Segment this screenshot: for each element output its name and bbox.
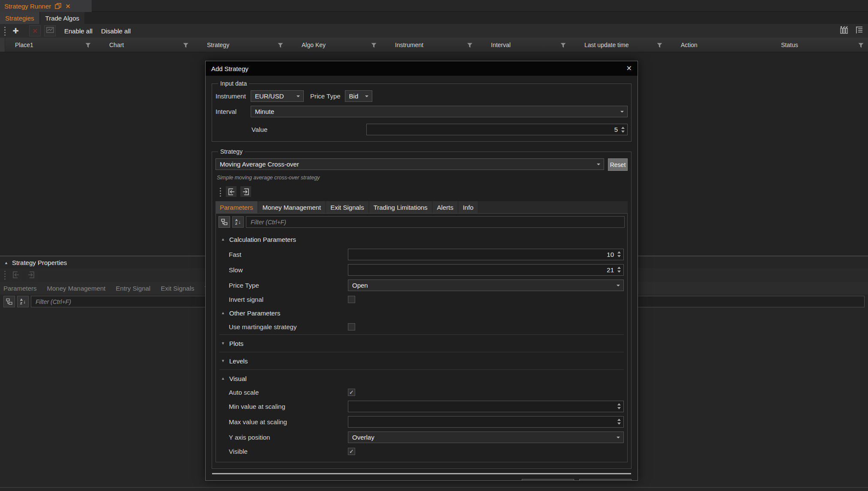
window-tab-title: Strategy Runner	[4, 3, 51, 10]
auto-scale-label: Auto scale	[219, 389, 348, 396]
window-tab-bar: Strategy Runner ✕	[0, 0, 868, 12]
spinner-arrows-icon[interactable]	[617, 417, 622, 427]
martingale-checkbox[interactable]	[348, 323, 355, 330]
export-settings-button[interactable]	[25, 269, 37, 281]
show-chart-button[interactable]	[44, 25, 56, 36]
min-scaling-input[interactable]	[348, 401, 623, 412]
max-scaling-input[interactable]	[348, 417, 623, 427]
filter-funnel-icon[interactable]	[858, 42, 864, 49]
tab-trade-algos[interactable]: Trade Algos	[40, 12, 85, 24]
export-settings-button[interactable]	[240, 186, 251, 197]
filter-funnel-icon[interactable]	[560, 42, 566, 49]
tab-alerts[interactable]: Alerts	[433, 201, 458, 213]
column-header-instrument[interactable]: Instrument	[381, 38, 477, 52]
tree-view-icon	[221, 219, 228, 226]
add-strategy-button[interactable]: ✚	[10, 25, 21, 36]
column-header-place[interactable]: Place1	[5, 38, 95, 52]
import-icon	[12, 271, 20, 279]
layout-menu-icon[interactable]	[855, 26, 864, 36]
window-tab-strategy-runner[interactable]: Strategy Runner ✕	[0, 0, 92, 12]
window-tab-close-icon[interactable]: ✕	[65, 3, 71, 9]
param-row-price-type: Price Type Open	[219, 277, 624, 293]
slow-stepper[interactable]	[348, 264, 624, 276]
strategy-description: Simple moving average cross-over strateg…	[217, 175, 628, 181]
interval-select[interactable]: Minute	[251, 106, 628, 117]
filter-funnel-icon[interactable]	[467, 42, 473, 49]
cancel-button[interactable]: Cancel	[579, 479, 632, 481]
tab-trading-limitations[interactable]: Trading Limitations	[369, 201, 432, 213]
parameters-filter-row: AZ↓	[216, 214, 627, 230]
tab-strategies[interactable]: Strategies	[0, 12, 39, 24]
collapse-arrow-icon[interactable]: ▲	[4, 261, 8, 265]
filter-funnel-icon[interactable]	[183, 42, 189, 49]
value-label: Value	[251, 126, 267, 133]
tab-parameters[interactable]: Parameters	[216, 201, 257, 213]
parameters-filter-input[interactable]	[246, 216, 625, 228]
ok-button[interactable]: OK	[522, 479, 574, 481]
column-header-algo-key[interactable]: Algo Key	[287, 38, 381, 52]
tab-exit-signals[interactable]: Exit Signals	[326, 201, 368, 213]
dialog-title-bar[interactable]: Add Strategy ✕	[206, 61, 638, 76]
column-chooser-icon[interactable]	[840, 26, 849, 36]
category-view-button[interactable]	[218, 216, 230, 228]
toolbar-drag-handle-icon[interactable]	[3, 26, 6, 36]
column-header-strategy[interactable]: Strategy	[193, 38, 287, 52]
fast-stepper[interactable]	[348, 249, 624, 260]
group-levels[interactable]: ▼ Levels	[219, 354, 624, 368]
dialog-close-icon[interactable]: ✕	[626, 65, 632, 72]
interval-value-input[interactable]	[367, 124, 627, 135]
import-settings-button[interactable]	[9, 269, 22, 281]
filter-funnel-icon[interactable]	[371, 42, 377, 49]
sort-alphabetical-button[interactable]: AZ↓	[232, 216, 244, 228]
properties-tab-parameters[interactable]: Parameters	[0, 285, 40, 292]
group-plots[interactable]: ▼ Plots	[219, 336, 624, 351]
spinner-arrows-icon[interactable]	[617, 265, 622, 275]
strategy-select[interactable]: Moving Average Cross-over	[216, 158, 604, 170]
auto-scale-checkbox[interactable]: ✓	[348, 389, 355, 396]
column-header-chart[interactable]: Chart	[95, 38, 193, 52]
popout-window-icon[interactable]	[55, 3, 61, 9]
filter-funnel-icon[interactable]	[85, 42, 91, 49]
price-type-select[interactable]: Open	[348, 280, 624, 291]
group-visual[interactable]: ▲ Visual	[219, 371, 624, 386]
column-header-status[interactable]: Status	[767, 38, 868, 52]
tab-money-management[interactable]: Money Management	[258, 201, 326, 213]
spinner-arrows-icon[interactable]	[617, 401, 622, 412]
price-type-select[interactable]: Bid	[345, 90, 372, 102]
properties-drag-handle-icon[interactable]	[3, 270, 6, 280]
filter-funnel-icon[interactable]	[278, 42, 283, 49]
column-header-last-update[interactable]: Last update time	[570, 38, 667, 52]
sort-alphabetical-button[interactable]: AZ↓	[17, 296, 29, 307]
param-row-min-scaling: Min value at scaling	[219, 399, 624, 414]
properties-tab-money-management[interactable]: Money Management	[44, 285, 109, 292]
properties-tab-exit-signals[interactable]: Exit Signals	[157, 285, 198, 292]
filter-funnel-icon[interactable]	[657, 42, 662, 49]
spinner-arrows-icon[interactable]	[621, 124, 626, 135]
group-other-parameters[interactable]: ▲ Other Parameters	[219, 306, 624, 320]
invert-signal-checkbox[interactable]	[348, 296, 355, 303]
reset-button[interactable]: Reset	[608, 158, 628, 171]
param-row-y-axis: Y axis position Overlay	[219, 429, 624, 445]
delete-strategy-button[interactable]: ✕	[29, 25, 41, 36]
group-calculation-parameters[interactable]: ▲ Calculation Parameters	[219, 232, 624, 247]
slow-input[interactable]	[348, 265, 623, 275]
spinner-arrows-icon[interactable]	[617, 249, 622, 260]
interval-value-stepper[interactable]	[366, 124, 628, 135]
instrument-select[interactable]: EUR/USD	[251, 90, 304, 102]
y-axis-position-select[interactable]: Overlay	[348, 431, 624, 443]
disable-all-button[interactable]: Disable all	[101, 27, 131, 35]
fast-input[interactable]	[348, 249, 623, 260]
max-scaling-stepper[interactable]	[348, 416, 624, 428]
param-row-fast: Fast	[219, 247, 624, 262]
add-strategy-dialog: Add Strategy ✕ Input data Instrument EUR…	[205, 61, 638, 481]
visible-checkbox[interactable]: ✓	[348, 448, 355, 455]
enable-all-button[interactable]: Enable all	[64, 27, 93, 35]
properties-tab-entry-signal[interactable]: Entry Signal	[112, 285, 154, 292]
column-header-action[interactable]: Action	[667, 38, 767, 52]
tab-info[interactable]: Info	[458, 201, 478, 213]
settings-drag-handle-icon[interactable]	[219, 187, 222, 196]
import-settings-button[interactable]	[226, 186, 236, 197]
min-scaling-stepper[interactable]	[348, 401, 624, 412]
category-view-button[interactable]	[3, 296, 15, 307]
column-header-interval[interactable]: Interval	[477, 38, 570, 52]
